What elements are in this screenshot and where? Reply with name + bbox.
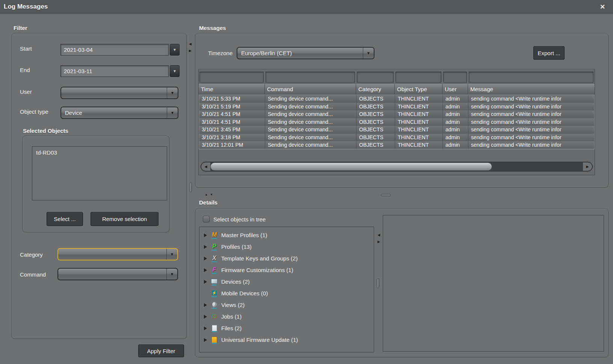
tree-item-label: Mobile Devices (0) (221, 290, 268, 296)
expand-arrow-icon[interactable] (204, 280, 210, 284)
cell-message: sending command <Write runtime infor (468, 110, 594, 118)
messages-group-label: Messages (199, 25, 226, 31)
collapse-tree-left-icon[interactable]: ◀ (377, 233, 380, 237)
column-filter-input-message[interactable] (469, 72, 593, 83)
tree-item-label: Views (2) (221, 302, 245, 308)
close-icon[interactable]: ✕ (598, 3, 607, 12)
tree-item-label: Universal Firmware Update (1) (221, 337, 298, 343)
user-combobox[interactable]: ▼ (60, 87, 178, 99)
start-date-input[interactable]: 2021-03-04 (60, 44, 169, 56)
tree-item[interactable]: Jobs (1) (199, 311, 374, 322)
devices-icon (211, 278, 218, 285)
filter-group: Start 2021-03-04 ▼ End 2021-03-11 ▼ User… (11, 33, 187, 339)
tree-item[interactable]: Devices (2) (199, 276, 374, 287)
details-tree: Master Profiles (1)Profiles (13)Template… (199, 227, 374, 352)
scrollbar-thumb[interactable] (210, 162, 492, 171)
log-messages-dialog: Log Messages ✕ Filter Start 2021-03-04 ▼… (0, 0, 613, 364)
remove-selection-button[interactable]: Remove selection (91, 212, 159, 226)
timezone-combobox[interactable]: Europe/Berlin (CET) ▼ (237, 47, 374, 59)
selected-objects-list[interactable]: td-RD03 (32, 146, 167, 200)
column-header-time[interactable]: Time (199, 84, 265, 95)
chevron-down-icon: ▼ (166, 269, 177, 280)
column-filter-input-time[interactable] (199, 72, 264, 83)
category-combobox[interactable]: ▼ (57, 248, 178, 260)
cell-category: OBJECTS (356, 110, 395, 118)
cell-object_type: THINCLIENT (395, 134, 443, 141)
column-filter-input-category[interactable] (357, 72, 394, 83)
expand-arrow-icon[interactable] (204, 233, 210, 237)
cell-user: admin (443, 134, 468, 141)
cell-time: 3/10/21 3:18 PM (199, 134, 265, 141)
select-objects-checkbox[interactable] (203, 216, 210, 223)
end-date-input[interactable]: 2021-03-11 (60, 65, 169, 77)
column-filter-input-user[interactable] (443, 72, 467, 83)
tree-item[interactable]: Views (2) (199, 299, 374, 311)
collapse-up-icon[interactable]: ▲ (205, 193, 208, 197)
expand-arrow-icon[interactable] (204, 268, 210, 272)
expand-right-icon[interactable]: ▶ (189, 49, 192, 53)
expand-arrow-icon[interactable] (204, 257, 210, 260)
scroll-left-icon[interactable]: ◀ (201, 162, 210, 171)
expand-arrow-icon[interactable] (204, 338, 210, 342)
collapse-left-icon[interactable]: ◀ (189, 42, 192, 46)
column-header-command[interactable]: Command (265, 84, 356, 95)
object-type-combobox[interactable]: Device ▼ (60, 107, 178, 119)
category-label: Category (20, 251, 43, 258)
apply-filter-button[interactable]: Apply Filter (138, 344, 184, 357)
column-header-message[interactable]: Message (468, 84, 595, 95)
profiles-icon (211, 243, 218, 250)
horizontal-splitter-grip[interactable] (381, 194, 391, 196)
cell-category: OBJECTS (356, 134, 395, 141)
end-label: End (20, 67, 30, 73)
expand-tree-right-icon[interactable]: ▶ (377, 240, 380, 244)
table-row[interactable]: 3/10/21 3:45 PMSending device command...… (199, 126, 594, 134)
table-row[interactable]: 3/10/21 3:18 PMSending device command...… (199, 134, 594, 141)
expand-arrow-icon[interactable] (204, 303, 210, 307)
table-row[interactable]: 3/10/21 4:51 PMSending device command...… (199, 118, 594, 126)
table-header-row: TimeCommandCategoryObject TypeUserMessag… (199, 84, 595, 95)
column-header-category[interactable]: Category (356, 84, 395, 95)
chevron-down-icon: ▼ (167, 87, 178, 98)
views-icon (211, 301, 218, 308)
table-row[interactable]: 3/10/21 5:19 PMSending device command...… (199, 103, 594, 111)
column-header-object_type[interactable]: Object Type (395, 84, 442, 95)
export-button[interactable]: Export ... (533, 46, 565, 60)
filter-cell-command (265, 70, 356, 84)
cell-user: admin (443, 95, 468, 102)
column-filter-input-object_type[interactable] (396, 72, 441, 83)
tree-item[interactable]: Template Keys and Groups (2) (199, 253, 374, 264)
cell-message: sending command <Write runtime infor (468, 118, 594, 126)
table-row[interactable]: 3/10/21 12:01 PMSending device command..… (199, 141, 594, 149)
tree-item[interactable]: Mobile Devices (0) (199, 287, 374, 299)
tree-item[interactable]: Files (2) (199, 322, 374, 334)
expand-arrow-icon[interactable] (204, 315, 210, 319)
user-label: User (20, 89, 32, 95)
object-type-label: Object type (20, 108, 48, 115)
table-row[interactable]: 3/10/21 4:51 PMSending device command...… (199, 110, 594, 118)
tree-item[interactable]: Profiles (13) (199, 241, 374, 253)
end-date-dropdown-button[interactable]: ▼ (170, 65, 180, 77)
cell-object_type: THINCLIENT (395, 103, 443, 110)
horizontal-scrollbar[interactable]: ◀ ▶ (201, 162, 593, 171)
details-splitter-grip[interactable] (377, 278, 379, 288)
tree-item[interactable]: Universal Firmware Update (1) (199, 334, 374, 346)
tree-item[interactable]: Firmware Customizations (1) (199, 264, 374, 276)
expand-arrow-icon[interactable] (204, 245, 210, 249)
tree-item[interactable]: Master Profiles (1) (199, 229, 374, 241)
column-header-user[interactable]: User (442, 84, 468, 95)
expand-arrow-icon[interactable] (204, 326, 210, 330)
cell-command: Sending device command... (265, 110, 356, 118)
scroll-right-icon[interactable]: ▶ (583, 162, 592, 171)
start-date-dropdown-button[interactable]: ▼ (170, 44, 180, 56)
command-combobox[interactable]: ▼ (57, 268, 178, 280)
vertical-splitter-grip[interactable] (189, 182, 192, 192)
filter-cell-category (356, 70, 395, 84)
table-row[interactable]: 3/10/21 5:33 PMSending device command...… (199, 95, 594, 103)
list-item[interactable]: td-RD03 (32, 147, 167, 156)
cell-user: admin (443, 141, 468, 149)
universal-firmware-update-icon (211, 336, 218, 343)
select-button[interactable]: Select ... (47, 212, 83, 226)
cell-time: 3/10/21 4:51 PM (199, 118, 265, 126)
column-filter-input-command[interactable] (266, 72, 355, 83)
expand-down-icon[interactable]: ▼ (210, 193, 213, 197)
